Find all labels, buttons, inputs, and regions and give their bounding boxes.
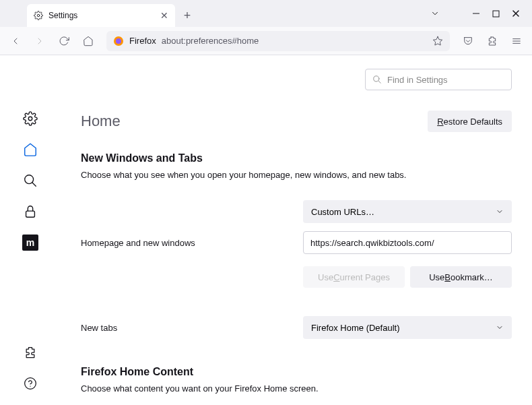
sidebar-general-icon[interactable] — [22, 111, 38, 127]
sidebar-search-icon[interactable] — [22, 173, 38, 189]
svg-line-18 — [378, 81, 381, 84]
use-bookmark-button[interactable]: Use Bookmark… — [410, 266, 512, 288]
browser-tab[interactable]: Settings ✕ — [27, 4, 175, 27]
svg-point-6 — [116, 38, 121, 44]
section-home-content-desc: Choose what content you want on your Fir… — [81, 383, 512, 394]
svg-marker-7 — [433, 36, 442, 45]
newtabs-select[interactable]: Firefox Home (Default) — [303, 316, 512, 339]
newtabs-label: New tabs — [81, 323, 303, 333]
page-title: Home — [81, 113, 121, 130]
menu-icon[interactable] — [506, 31, 527, 51]
minimize-icon[interactable] — [472, 9, 480, 18]
gear-icon — [34, 11, 43, 20]
restore-defaults-button[interactable]: RRestore Defaultsestore Defaults — [428, 111, 512, 132]
chevron-down-icon[interactable] — [430, 9, 440, 18]
svg-point-0 — [37, 14, 40, 17]
homepage-mode-value: Custom URLs… — [311, 207, 374, 217]
newtabs-value: Firefox Home (Default) — [311, 323, 399, 333]
extensions-icon[interactable] — [482, 31, 502, 51]
toolbar: Firefox about:preferences#home — [0, 27, 532, 55]
close-icon[interactable]: ✕ — [160, 10, 168, 21]
forward-button[interactable] — [30, 31, 50, 51]
sidebar-home-icon[interactable] — [22, 142, 38, 158]
reload-button[interactable] — [54, 31, 74, 51]
svg-point-15 — [25, 378, 36, 390]
firefox-logo-icon — [113, 36, 124, 46]
chevron-down-icon — [496, 208, 504, 216]
search-icon — [372, 75, 382, 84]
new-tab-button[interactable]: + — [178, 6, 197, 25]
settings-main: Find in Settings Home RRestore Defaultse… — [61, 55, 532, 405]
section-new-windows-title: New Windows and Tabs — [81, 152, 512, 164]
use-current-pages-button: Use Current Pages — [303, 266, 405, 288]
svg-line-13 — [32, 183, 36, 187]
urlbar-label: Firefox — [129, 36, 156, 46]
homepage-label: Homepage and new windows — [81, 238, 303, 248]
svg-rect-14 — [26, 211, 35, 217]
section-home-content-title: Firefox Home Content — [81, 366, 512, 378]
url-bar[interactable]: Firefox about:preferences#home — [106, 31, 450, 51]
settings-sidebar: m — [0, 55, 61, 405]
search-placeholder: Find in Settings — [387, 75, 448, 85]
sidebar-help-icon[interactable] — [22, 375, 38, 392]
close-window-icon[interactable] — [512, 9, 520, 18]
bookmark-star-icon[interactable] — [432, 36, 443, 46]
homepage-mode-select[interactable]: Custom URLs… — [303, 200, 512, 223]
chevron-down-icon — [496, 323, 504, 332]
titlebar: Settings ✕ + — [0, 0, 532, 27]
section-new-windows-desc: Choose what you see when you open your h… — [81, 170, 512, 180]
sidebar-sync-icon[interactable]: m — [22, 235, 38, 251]
homepage-url-input[interactable] — [303, 231, 512, 254]
svg-point-11 — [28, 117, 32, 121]
svg-rect-2 — [493, 11, 499, 17]
urlbar-url: about:preferences#home — [162, 36, 259, 46]
sidebar-privacy-icon[interactable] — [22, 204, 38, 220]
sidebar-extensions-icon[interactable] — [22, 344, 38, 361]
back-button[interactable] — [5, 31, 26, 51]
settings-search[interactable]: Find in Settings — [365, 69, 512, 90]
home-button[interactable] — [78, 31, 98, 51]
tab-title: Settings — [48, 11, 77, 20]
m-icon: m — [22, 235, 38, 251]
maximize-icon[interactable] — [492, 10, 500, 18]
content: m Find in Settings Home RRestore Default… — [0, 55, 532, 405]
window-controls — [430, 0, 532, 27]
pocket-icon[interactable] — [458, 31, 478, 51]
